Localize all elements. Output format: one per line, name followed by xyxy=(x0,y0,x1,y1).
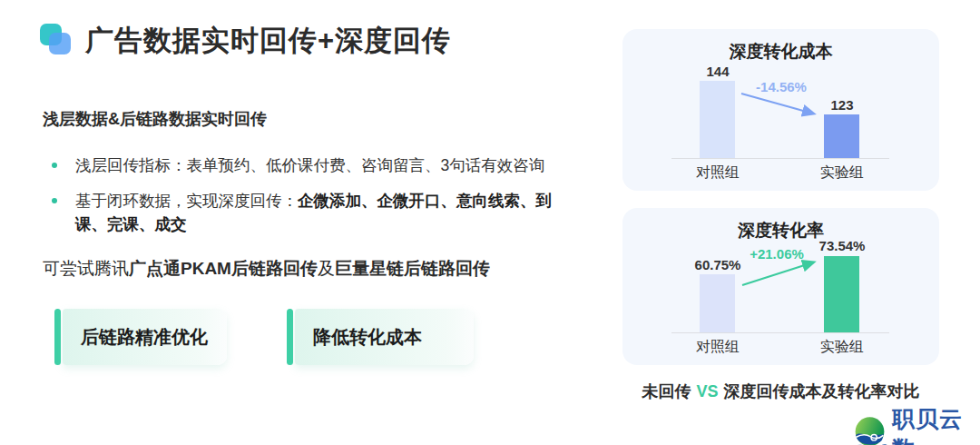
bar-value-label: 123 xyxy=(806,97,878,113)
bar-value-label: 73.54% xyxy=(806,238,878,253)
bullet-list: 浅层回传指标：表单预约、低价课付费、咨询留言、3句话有效咨询 基于闭环数据，实现… xyxy=(50,153,569,248)
bar-value-label: 144 xyxy=(681,64,754,79)
note-normal: 可尝试腾讯 xyxy=(43,259,129,278)
title-squares-icon xyxy=(40,24,76,60)
bar-control-group xyxy=(700,81,735,158)
x-axis-line xyxy=(671,332,889,333)
bullet-dot-icon xyxy=(52,163,57,168)
logo-text: 职贝云数 xyxy=(892,404,980,445)
logo-globe-icon xyxy=(851,414,888,445)
bullet-text: 浅层回传指标：表单预约、低价课付费、咨询留言、3句话有效咨询 xyxy=(75,156,544,174)
x-axis-label: 对照组 xyxy=(681,338,754,357)
caption-post: 深度回传成本及转化率对比 xyxy=(724,382,920,400)
tag-label: 降低转化成本 xyxy=(295,309,474,365)
bullet-item: 基于闭环数据，实现深度回传：企微添加、企微开口、意向线索、到课、完课、成交 xyxy=(50,189,569,236)
bullet-dot-icon xyxy=(52,198,57,203)
chart-card-cost: 深度转化成本 144 -14.56% 123 对照组 实验组 xyxy=(622,29,939,191)
subtitle: 浅层数据&后链路数据实时回传 xyxy=(43,108,267,130)
chart-card-rate: 深度转化率 60.75% +21.06% 73.54% 对照组 实验组 xyxy=(622,208,939,365)
tag-accent-bar xyxy=(54,309,61,365)
bar-test-group xyxy=(824,114,859,158)
x-axis-label: 实验组 xyxy=(806,338,878,357)
x-axis-label: 实验组 xyxy=(806,163,878,183)
note-normal: 及 xyxy=(318,259,335,278)
caption-vs: VS xyxy=(696,382,718,400)
note-bold: 巨量星链后链路回传 xyxy=(335,259,490,278)
caption-pre: 未回传 xyxy=(642,382,691,400)
note-line: 可尝试腾讯广点通PKAM后链路回传及巨量星链后链路回传 xyxy=(43,257,490,281)
x-axis-line xyxy=(671,158,889,159)
tag-lower-cost: 降低转化成本 xyxy=(287,309,474,365)
bullet-item: 浅层回传指标：表单预约、低价课付费、咨询留言、3句话有效咨询 xyxy=(50,153,569,177)
note-bold: 广点通PKAM后链路回传 xyxy=(129,259,318,278)
slide: 广告数据实时回传+深度回传 浅层数据&后链路数据实时回传 浅层回传指标：表单预约… xyxy=(0,0,980,445)
page-title: 广告数据实时回传+深度回传 xyxy=(85,22,451,60)
bullet-text: 基于闭环数据，实现深度回传： xyxy=(75,192,298,210)
tag-label: 后链路精准优化 xyxy=(63,309,227,365)
bar-test-group xyxy=(824,256,859,332)
company-logo: 职贝云数 xyxy=(851,404,980,445)
blue-square-icon xyxy=(49,33,71,54)
x-axis-label: 对照组 xyxy=(681,163,754,183)
up-arrow-icon xyxy=(733,255,824,290)
tag-backlink-optimization: 后链路精准优化 xyxy=(54,309,227,365)
chart-title: 深度转化成本 xyxy=(622,40,939,64)
charts-caption: 未回传VS深度回传成本及转化率对比 xyxy=(622,381,939,402)
tag-accent-bar xyxy=(287,309,293,365)
chart-title: 深度转化率 xyxy=(622,219,939,242)
bar-control-group xyxy=(700,274,735,332)
